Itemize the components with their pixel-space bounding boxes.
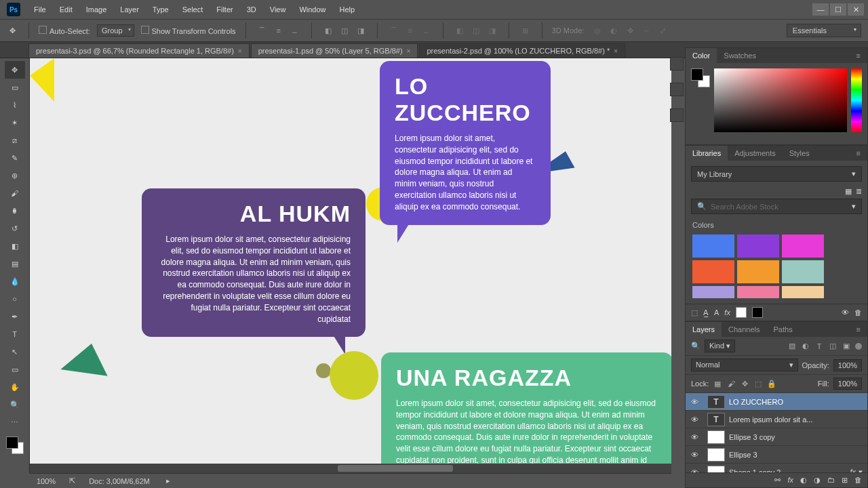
align-bottom-icon[interactable]: ⎽ — [288, 24, 302, 37]
filter-smart-icon[interactable]: ▣ — [842, 342, 851, 351]
blur-tool[interactable]: 💧 — [5, 272, 25, 290]
heal-tool[interactable]: ⊛ — [5, 167, 25, 184]
distribute-hmid-icon[interactable]: ◫ — [469, 24, 483, 37]
edit-toolbar[interactable]: ⋯ — [5, 413, 25, 431]
align-top-icon[interactable]: ⎺ — [256, 24, 269, 37]
show-icon[interactable]: 👁 — [842, 308, 849, 317]
search-stock-input[interactable]: 🔍 Search Adobe Stock▾ — [691, 199, 862, 214]
menu-edit[interactable]: Edit — [53, 5, 79, 14]
align-hmid-icon[interactable]: ◫ — [338, 24, 351, 37]
menu-help[interactable]: Help — [333, 5, 362, 14]
menu-select[interactable]: Select — [176, 5, 210, 14]
add-graphic-icon[interactable]: ⬚ — [691, 308, 698, 317]
library-swatch[interactable] — [737, 286, 779, 298]
crop-tool[interactable]: ⧄ — [5, 131, 25, 149]
hue-slider[interactable] — [851, 68, 862, 132]
color-picker-field[interactable] — [714, 68, 847, 132]
library-swatch[interactable] — [782, 235, 824, 258]
lock-transparency-icon[interactable]: ▦ — [713, 379, 722, 388]
export-icon[interactable]: ⇱ — [69, 476, 75, 485]
tab-adjustments[interactable]: Adjustments — [728, 146, 783, 161]
collapsed-panel-icon[interactable] — [670, 83, 684, 96]
library-swatch[interactable] — [692, 286, 734, 298]
lock-artboard-icon[interactable]: ⬚ — [753, 379, 763, 388]
marquee-tool[interactable]: ▭ — [5, 79, 25, 96]
menu-type[interactable]: Type — [146, 5, 176, 14]
show-transform-checkbox[interactable]: Show Transform Controls — [141, 26, 236, 35]
filter-shape-icon[interactable]: ◫ — [828, 342, 837, 351]
filter-kind-dropdown[interactable]: Kind ▾ — [705, 340, 735, 352]
tab-layers[interactable]: Layers — [686, 322, 722, 337]
menu-view[interactable]: View — [263, 5, 293, 14]
auto-select-checkbox[interactable]: Auto-Select: — [39, 26, 90, 35]
minimize-button[interactable]: — — [812, 3, 829, 16]
fill-input[interactable]: 100% — [833, 378, 862, 390]
filter-adjust-icon[interactable]: ◐ — [801, 342, 810, 351]
filter-type-icon[interactable]: T — [814, 342, 824, 351]
dodge-tool[interactable]: ○ — [5, 290, 25, 308]
tab-channels[interactable]: Channels — [722, 322, 766, 337]
distribute-left-icon[interactable]: ◧ — [453, 24, 467, 37]
library-swatch[interactable] — [692, 235, 734, 258]
library-swatch[interactable] — [782, 286, 824, 298]
lock-all-icon[interactable]: 🔒 — [767, 379, 776, 388]
panel-menu-icon[interactable]: ≡ — [850, 322, 867, 337]
tab-doc-2[interactable]: presentasi-1.psd @ 50% (Layer 5, RGB/8#)… — [251, 43, 418, 58]
library-swatch[interactable] — [692, 260, 734, 283]
tab-styles[interactable]: Styles — [783, 146, 816, 161]
link-layers-icon[interactable]: ⚯ — [774, 476, 781, 485]
add-charstyle-icon[interactable]: A̲ — [703, 308, 709, 317]
close-icon[interactable]: × — [238, 47, 242, 55]
layer-fx-icon[interactable]: fx — [787, 476, 793, 485]
horizontal-scrollbar[interactable] — [30, 464, 671, 473]
blend-mode-dropdown[interactable]: Normal ▾ — [691, 359, 798, 371]
tab-color[interactable]: Color — [686, 48, 717, 63]
tab-swatches[interactable]: Swatches — [717, 48, 763, 63]
library-swatch[interactable] — [737, 235, 779, 258]
zoom-tool[interactable]: 🔍 — [5, 396, 25, 413]
library-swatch[interactable] — [737, 260, 779, 283]
trash-icon[interactable]: 🗑 — [854, 476, 862, 485]
history-brush-tool[interactable]: ↺ — [5, 220, 25, 237]
pen-tool[interactable]: ✒ — [5, 308, 25, 325]
layer-row[interactable]: 👁Shape 1 copy 2fx ▾ — [686, 464, 867, 472]
type-tool[interactable]: T — [5, 325, 25, 343]
adjustment-layer-icon[interactable]: ◑ — [814, 476, 821, 485]
menu-3d[interactable]: 3D — [240, 5, 263, 14]
layer-row[interactable]: 👁TLO ZUCCHERO — [686, 393, 867, 411]
eraser-tool[interactable]: ◧ — [5, 237, 25, 255]
distribute-right-icon[interactable]: ◨ — [486, 24, 499, 37]
distribute-vmid-icon[interactable]: ≡ — [403, 24, 417, 37]
collapsed-panel-icon[interactable] — [670, 57, 684, 70]
distribute-top-icon[interactable]: ⎺ — [387, 24, 401, 37]
filter-toggle-icon[interactable] — [855, 343, 862, 350]
list-view-icon[interactable]: ≣ — [856, 187, 862, 196]
trash-icon[interactable]: 🗑 — [854, 308, 862, 317]
menu-layer[interactable]: Layer — [113, 5, 146, 14]
add-fg-color-icon[interactable] — [736, 307, 747, 318]
library-dropdown[interactable]: My Library▾ — [691, 166, 862, 182]
new-layer-icon[interactable]: ⊞ — [842, 476, 848, 485]
tab-doc-3[interactable]: presentasi-2.psd @ 100% (LO ZUCCHERO, RG… — [419, 43, 625, 58]
add-layerstyle-icon[interactable]: fx — [724, 308, 730, 317]
tab-paths[interactable]: Paths — [767, 322, 800, 337]
close-icon[interactable]: × — [407, 47, 411, 55]
visibility-icon[interactable]: 👁 — [686, 415, 703, 424]
hand-tool[interactable]: ✋ — [5, 378, 25, 396]
auto-select-dropdown[interactable]: Group — [97, 24, 134, 37]
stamp-tool[interactable]: ⧯ — [5, 202, 25, 220]
layer-row[interactable]: 👁Ellipse 3 copy — [686, 428, 867, 446]
group-icon[interactable]: 🗀 — [827, 476, 835, 485]
align-right-icon[interactable]: ◨ — [354, 24, 368, 37]
menu-window[interactable]: Window — [292, 5, 332, 14]
add-textstyle-icon[interactable]: A — [714, 308, 719, 317]
distribute-bottom-icon[interactable]: ⎽ — [420, 24, 433, 37]
align-vmid-icon[interactable]: ≡ — [272, 24, 285, 37]
lock-position-icon[interactable]: ✥ — [740, 379, 749, 388]
zoom-level[interactable]: 100% — [37, 477, 56, 485]
wand-tool[interactable]: ✶ — [5, 114, 25, 131]
tab-doc-1[interactable]: presentasi-3.psd @ 66,7% (Rounded Rectan… — [28, 43, 250, 58]
close-icon[interactable]: × — [614, 47, 618, 55]
menu-file[interactable]: File — [27, 5, 53, 14]
foreground-background-colors[interactable] — [5, 435, 25, 455]
